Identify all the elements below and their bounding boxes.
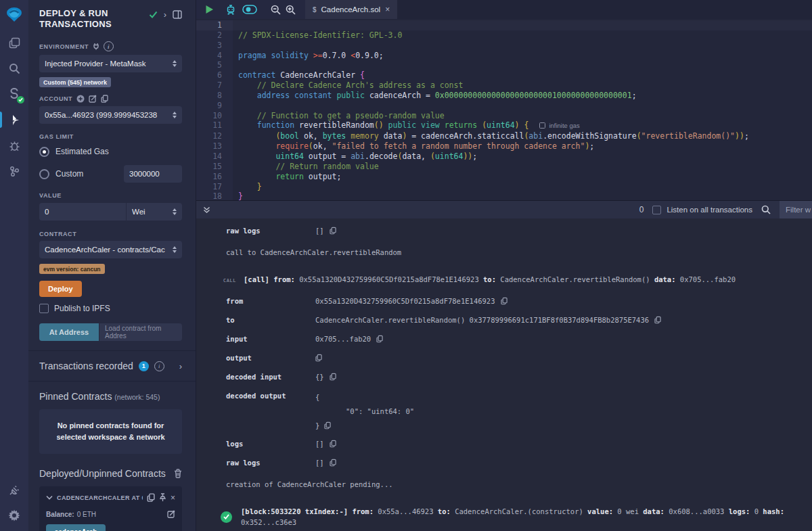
code-line: 12 (bool ok, bytes memory data) = cadenc…	[196, 131, 812, 141]
code-line: 11 function revertibleRandom() public vi…	[196, 120, 812, 131]
run-script-icon[interactable]	[205, 5, 214, 14]
copy-icon[interactable]	[330, 459, 336, 467]
zoom-out-icon[interactable]	[271, 5, 281, 15]
terminal-row: logs[]	[196, 438, 812, 449]
deployed-contract-card: CADENCEARCHCALER AT 0) × Balance: 0 ETH …	[39, 486, 182, 531]
code-line: 5	[196, 60, 812, 70]
panel-check-icon	[149, 10, 158, 19]
tab-close-icon[interactable]: ×	[385, 5, 390, 14]
transactions-recorded-label: Transactions recorded	[39, 361, 133, 371]
ai-toggle-icon[interactable]	[242, 5, 257, 14]
chevron-updown-icon	[173, 112, 177, 118]
terminal-row: input0x705...fab20	[196, 333, 812, 344]
copy-icon[interactable]	[501, 297, 508, 305]
custom-gas-radio[interactable]	[39, 169, 49, 179]
code-line: 15 // Return random value	[196, 162, 812, 172]
code-line: 7 // Declare Cadence Arch's address as a…	[196, 80, 812, 91]
terminal-row: decoded output{"0": "uint64: 0"}	[196, 390, 812, 433]
terminal-row-label: raw logs	[196, 457, 315, 468]
edit-balance-icon[interactable]	[167, 510, 175, 518]
contract-label: CONTRACT	[39, 231, 182, 237]
environment-select[interactable]: Injected Provider - MetaMask	[39, 55, 182, 72]
custom-gas-input[interactable]: 3000000	[124, 165, 182, 183]
success-check-icon[interactable]	[221, 511, 232, 523]
environment-info-icon[interactable]: i	[104, 41, 114, 51]
terminal-row-label: output	[196, 352, 315, 363]
code-line: 17 }	[196, 182, 812, 192]
plugin-manager-icon[interactable]	[0, 477, 28, 503]
at-address-input[interactable]: Load contract from Addres	[99, 323, 182, 341]
debugger-icon[interactable]	[0, 133, 28, 158]
copy-icon[interactable]	[330, 373, 336, 381]
code-editor[interactable]: 1 2// SPDX-License-Identifier: GPL-3.03 …	[196, 19, 812, 200]
contract-function-button[interactable]: cadenceArch	[46, 524, 106, 531]
solidity-file-icon: $	[313, 6, 317, 14]
copy-icon[interactable]	[654, 316, 661, 324]
search-icon[interactable]	[0, 55, 28, 81]
ai-assistant-icon[interactable]	[225, 5, 236, 15]
deploy-run-panel: DEPLOY & RUN TRANSACTIONS › ENVIRONMENT …	[28, 0, 196, 531]
line-number: 5	[196, 60, 233, 70]
file-explorer-icon[interactable]	[0, 30, 28, 55]
panel-layout-icon[interactable]	[173, 10, 182, 19]
value-unit-select[interactable]: Wei	[127, 203, 182, 221]
icon-rail	[0, 0, 28, 531]
add-account-icon[interactable]	[76, 95, 85, 103]
listen-all-label: Listen on all transactions	[667, 206, 752, 214]
terminal-filter-input[interactable]	[780, 201, 812, 219]
remix-logo[interactable]	[0, 0, 28, 30]
code-line: 6contract CadenceArchCaler {	[196, 70, 812, 80]
copy-icon[interactable]	[324, 421, 331, 430]
listen-all-checkbox[interactable]	[652, 206, 661, 214]
terminal-row-label: decoded input	[196, 371, 315, 382]
deploy-run-icon[interactable]	[0, 107, 28, 133]
close-icon[interactable]: ×	[171, 494, 175, 501]
estimated-gas-label: Estimated Gas	[55, 147, 109, 156]
plug-icon[interactable]	[93, 43, 99, 50]
settings-gear-icon[interactable]	[0, 503, 28, 528]
copy-icon[interactable]	[376, 335, 383, 343]
transactions-expand-icon[interactable]: ›	[179, 361, 182, 371]
estimated-gas-radio[interactable]	[39, 147, 49, 157]
pinned-empty-state: No pinned contracts found for selected w…	[39, 409, 182, 454]
divider	[28, 381, 196, 382]
terminal-row: creation of CadenceArchCaler pending...	[196, 479, 812, 490]
custom-gas-label: Custom	[55, 169, 83, 179]
line-number: 10	[196, 111, 233, 121]
copy-icon[interactable]	[330, 227, 336, 235]
value-input[interactable]: 0	[39, 203, 126, 221]
copy-account-icon[interactable]	[101, 95, 108, 103]
copy-icon[interactable]	[330, 440, 336, 448]
transactions-info-icon[interactable]: i	[154, 361, 164, 371]
code-line: 14 uint64 output = abi.decode(data, (uin…	[196, 152, 812, 162]
account-select[interactable]: 0x55a...46923 (999.9999453238	[39, 106, 182, 124]
terminal-search-icon[interactable]	[761, 205, 771, 214]
git-icon[interactable]	[0, 158, 28, 184]
collapse-terminal-icon[interactable]	[196, 206, 210, 214]
tab-cadencearch-sol[interactable]: $ CadenceArch.sol ×	[305, 0, 397, 19]
contract-select[interactable]: CadenceArchCaler - contracts/Cac	[39, 241, 182, 258]
contract-instance-title: CADENCEARCHCALER AT 0)	[57, 494, 143, 501]
solidity-compiler-icon[interactable]	[0, 81, 28, 107]
zoom-in-icon[interactable]	[286, 5, 296, 15]
panel-forward-icon[interactable]: ›	[164, 9, 166, 20]
terminal-row: from0x55a1320D432759960C5Df0215a8dF78e1E…	[196, 296, 812, 306]
pin-icon[interactable]	[159, 493, 166, 502]
deploy-button[interactable]: Deploy	[39, 281, 82, 297]
copy-icon[interactable]	[147, 493, 155, 502]
sign-message-icon[interactable]	[89, 95, 97, 103]
chevron-updown-icon	[173, 246, 177, 253]
copy-icon[interactable]	[315, 354, 322, 362]
publish-ipfs-checkbox[interactable]	[39, 304, 49, 313]
chevron-down-icon[interactable]	[46, 495, 53, 500]
line-number: 8	[196, 91, 233, 101]
code-line: 3	[196, 41, 812, 51]
trash-icon[interactable]	[174, 469, 182, 478]
evm-version-badge: evm version: cancun	[39, 264, 105, 274]
account-label: ACCOUNT	[39, 95, 182, 103]
terminal-row-label: input	[196, 333, 315, 344]
balance-label: Balance:	[46, 511, 74, 518]
line-number: 12	[196, 131, 233, 141]
at-address-button[interactable]: At Address	[39, 323, 99, 341]
code-line: 16 return output;	[196, 172, 812, 182]
